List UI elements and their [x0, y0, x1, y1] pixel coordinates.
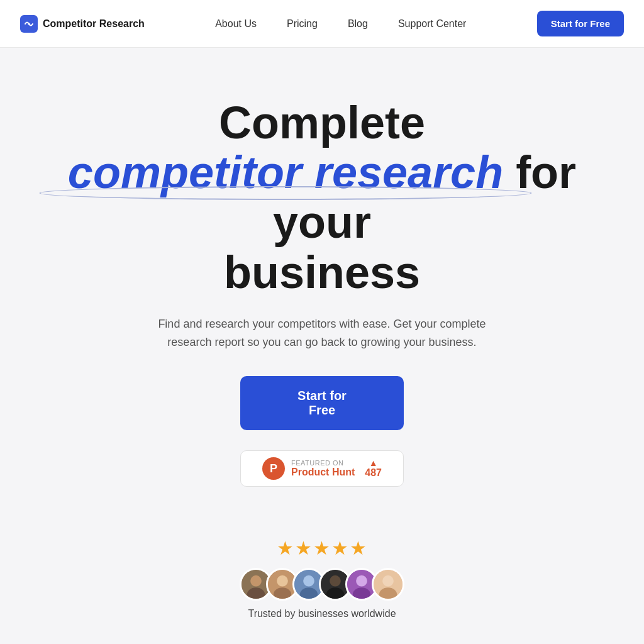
- ph-featured-label: FEATURED ON: [291, 459, 355, 467]
- hero-title-part3: business: [224, 247, 420, 297]
- hero-title-highlight: competitor research: [68, 148, 503, 197]
- navbar: Competitor Research About Us Pricing Blo…: [0, 0, 644, 48]
- avatar: [372, 568, 404, 601]
- svg-point-17: [382, 575, 394, 587]
- logo-text: Competitor Research: [43, 18, 145, 30]
- svg-point-3: [247, 588, 265, 601]
- product-hunt-badge[interactable]: P FEATURED ON Product Hunt ▲ 487: [240, 450, 404, 487]
- logo: Competitor Research: [20, 15, 145, 33]
- ph-arrow-icon: ▲: [369, 458, 378, 467]
- trust-section: ★★★★★: [25, 537, 619, 619]
- svg-point-15: [353, 588, 370, 601]
- trust-text: Trusted by businesses worldwide: [25, 608, 619, 619]
- svg-point-8: [303, 575, 314, 587]
- hero-cta-button[interactable]: Start for Free: [240, 376, 404, 430]
- hero-subtitle: Find and research your competitors with …: [140, 315, 504, 352]
- hero-title: Complete competitor research for your bu…: [25, 98, 619, 297]
- nav-about[interactable]: About Us: [215, 18, 257, 29]
- svg-point-0: [28, 23, 30, 25]
- svg-point-6: [274, 588, 291, 601]
- star-rating: ★★★★★: [25, 537, 619, 559]
- nav-pricing[interactable]: Pricing: [287, 18, 318, 29]
- hero-title-part1: Complete: [219, 97, 425, 148]
- svg-point-14: [356, 575, 367, 587]
- svg-point-11: [330, 575, 341, 587]
- nav-links: About Us Pricing Blog Support Center: [215, 18, 466, 30]
- svg-point-2: [250, 575, 262, 587]
- ph-count: ▲ 487: [365, 458, 382, 479]
- svg-point-9: [300, 588, 318, 601]
- ph-text: FEATURED ON Product Hunt: [291, 459, 355, 478]
- avatar-group: [25, 568, 619, 601]
- hero-section: Complete competitor research for your bu…: [0, 48, 644, 644]
- svg-point-12: [326, 588, 344, 601]
- logo-icon: [20, 15, 38, 33]
- nav-blog[interactable]: Blog: [348, 18, 368, 29]
- svg-point-5: [277, 575, 288, 587]
- nav-support[interactable]: Support Center: [398, 18, 467, 29]
- ph-name: Product Hunt: [291, 467, 355, 478]
- nav-cta-button[interactable]: Start for Free: [537, 11, 624, 36]
- svg-point-18: [379, 588, 397, 601]
- ph-icon: P: [262, 457, 285, 480]
- ph-number: 487: [365, 467, 382, 479]
